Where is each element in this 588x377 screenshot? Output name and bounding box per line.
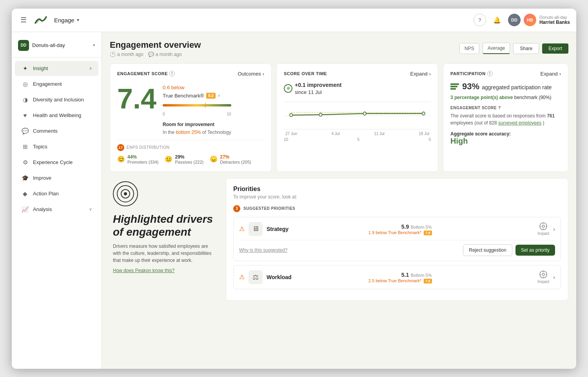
participation-expand-icon: › (559, 71, 561, 77)
strategy-why-link[interactable]: Why is this suggested? (239, 247, 287, 253)
benchmark-arrow-icon[interactable]: › (218, 93, 220, 98)
p-bar-2 (450, 86, 457, 87)
user-org: Donuts-all-day (539, 15, 570, 20)
engagement-score-info-icon[interactable]: ? (169, 71, 175, 76)
page-title: Engagement overview (110, 40, 459, 50)
score-details: 0.6 below True Benchmark® 8.0 › (163, 85, 231, 135)
strategy-icon-wrap: 🖥 (249, 222, 263, 236)
app-name: Engage (54, 17, 74, 23)
enps-title: 17 eNPS DISTRIBUTION: (117, 144, 264, 151)
detractors-pct: 27% (220, 154, 229, 160)
page-header: Engagement overview 🕐 a month ago 💬 a mo… (110, 40, 568, 57)
score-bar-labels: 0 10 (163, 112, 231, 116)
highlight-desc: Drivers measure how satisfied employees … (113, 243, 216, 264)
eng-score-info-icon[interactable]: ? (498, 106, 501, 110)
comments-icon: 💬 (21, 127, 29, 135)
expand-arrow-icon: › (429, 71, 431, 77)
workload-score-section: 5.1 Bottom 5% 2.5 below True Benchmark* … (368, 271, 432, 283)
sidebar-item-experience[interactable]: ⚙ Experience Cycle (15, 155, 98, 170)
priorities-title: Priorities (233, 186, 561, 193)
workload-alert-icon: ⚠ (239, 273, 245, 281)
insight-expand-icon: ∧ (89, 66, 92, 71)
sidebar-label-actionplan: Action Plan (33, 191, 92, 197)
improve-icon: 🎓 (21, 174, 29, 182)
priority-item-strategy: ⚠ 🖥 Strategy 5.9 Bottom 5% 1.9 below Tru… (233, 217, 561, 261)
engagement-score-header: ENGAGEMENT SCORE ? Outcomes › (117, 71, 264, 77)
sidebar-label-analysis: Analysis (33, 206, 85, 212)
promoters-label: Promoters (334) (127, 160, 158, 164)
eng-score-text: The overall score is based on responses … (450, 112, 561, 126)
share-button[interactable]: Share (513, 43, 539, 54)
app-logo (34, 14, 48, 25)
analysis-expand-icon: ∨ (89, 207, 92, 212)
participation-bars-icon (450, 83, 459, 90)
svg-point-8 (542, 225, 544, 227)
help-button[interactable]: ? (474, 14, 486, 26)
sidebar-item-health[interactable]: ♥ Health and Wellbeing (15, 108, 98, 123)
outcomes-arrow-icon: › (263, 71, 264, 77)
benchmark-row: True Benchmark® 8.0 › (163, 93, 231, 99)
nps-button[interactable]: NPS (459, 43, 479, 54)
strategy-benchmark: 1.9 below True Benchmark* 7.8 (368, 230, 432, 235)
sidebar-item-actionplan[interactable]: ◆ Action Plan (15, 186, 98, 201)
workload-icon-wrap: ⚖ (249, 270, 263, 284)
sidebar-item-improve[interactable]: 🎓 Improve (15, 171, 98, 186)
above-pct: 3 percentage point(s) above (450, 95, 513, 100)
svg-point-6 (422, 112, 425, 115)
avatar-hb: HB (524, 14, 536, 26)
insight-icon: ✦ (21, 65, 29, 72)
sidebar-item-topics[interactable]: ⊞ Topics (15, 139, 98, 154)
benchmark-label: True Benchmark® (163, 93, 204, 99)
surveyed-employees-link[interactable]: surveyed employees (498, 120, 541, 126)
strategy-reject-button[interactable]: Reject suggestion (463, 244, 512, 256)
strategy-set-priority-button[interactable]: Set as priority (515, 245, 555, 256)
passives-label: Passives (222) (175, 160, 203, 164)
user-info: Donuts-all-day Harriet Banks (539, 15, 570, 25)
sidebar-account[interactable]: DD Donuts-all-day ▾ (12, 37, 102, 58)
sidebar-label-topics: Topics (33, 144, 92, 150)
notifications-button[interactable]: 🔔 (491, 14, 503, 26)
big-score: 7.4 (117, 85, 156, 113)
strategy-name: Strategy (267, 226, 365, 232)
participation-above: 3 percentage point(s) above benchmark (9… (450, 95, 561, 100)
sidebar-label-diversity: Diversity and Inclusion (33, 97, 92, 103)
enps-section: 17 eNPS DISTRIBUTION: 😊 44% Promoters (3… (117, 140, 264, 164)
peakon-link[interactable]: How does Peakon know this? (113, 268, 174, 273)
sidebar-item-engagement[interactable]: ◎ Engagement (15, 77, 98, 92)
average-button[interactable]: Average (483, 43, 510, 54)
actionplan-icon: ◆ (21, 190, 29, 198)
sidebar: DD Donuts-all-day ▾ ✦ Insight ∧ ◎ Engage… (12, 32, 102, 369)
aggregate-value: High (450, 137, 561, 146)
enps-passives: 😐 29% Passives (222) (165, 154, 203, 164)
app-switcher[interactable]: Engage ▾ (54, 17, 79, 23)
strategy-alert-icon: ⚠ (239, 225, 245, 233)
workload-score: 5.1 (401, 272, 409, 278)
sidebar-label-experience: Experience Cycle (33, 159, 92, 165)
chart-x-labels: 27 Jun 4 Jul 11 Jul 18 Jul (284, 132, 431, 136)
strategy-expand-icon[interactable]: › (553, 226, 555, 232)
sidebar-item-insight[interactable]: ✦ Insight ∧ (15, 61, 98, 76)
strategy-impact-button[interactable]: Impact (537, 222, 549, 236)
score-time-expand[interactable]: Expand › (410, 71, 431, 77)
sidebar-item-analysis[interactable]: 📈 Analysis ∨ (15, 202, 98, 217)
sidebar-item-diversity[interactable]: ◑ Diversity and Inclusion (15, 92, 98, 107)
hamburger-menu[interactable]: ☰ (18, 14, 29, 25)
updated-time: a month ago (117, 52, 143, 57)
passives-icon: 😐 (165, 155, 172, 163)
workload-expand-icon[interactable]: › (553, 274, 555, 280)
outcomes-link[interactable]: Outcomes › (238, 71, 264, 77)
participation-info-icon[interactable]: ? (487, 71, 493, 76)
export-button[interactable]: Export (542, 43, 568, 54)
target-icon (113, 181, 138, 206)
highlight-card: Highlighted drivers of engagement Driver… (110, 178, 220, 301)
workload-icon: ⚖ (252, 273, 259, 281)
clock-icon: 🕐 (110, 52, 116, 57)
workload-impact-button[interactable]: Impact (537, 270, 549, 284)
improvement-icon: ⊕ (284, 84, 292, 93)
svg-point-4 (319, 113, 322, 116)
sidebar-item-comments[interactable]: 💬 Comments (15, 124, 98, 139)
user-menu[interactable]: DD HB Donuts-all-day Harriet Banks (508, 14, 570, 26)
participation-expand[interactable]: Expand › (541, 71, 561, 77)
score-bar-fill (163, 104, 231, 106)
y-label-0: 0 (428, 137, 431, 142)
